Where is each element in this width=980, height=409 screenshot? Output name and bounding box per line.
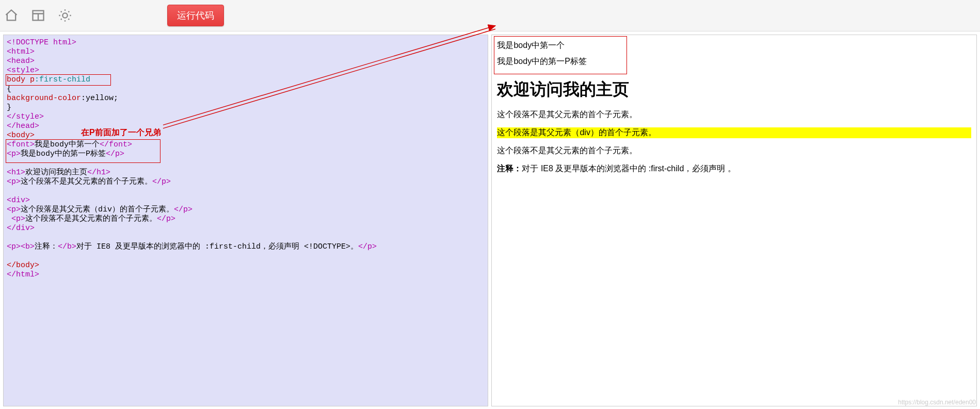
code-text: 这个段落不是其父元素的首个子元素。 xyxy=(21,177,152,186)
code-text: 这个段落不是其父元素的首个子元素。 xyxy=(25,215,157,223)
code-line: <div> xyxy=(7,196,30,205)
code-line: </div> xyxy=(7,224,35,233)
code-line: </body> xyxy=(7,261,39,270)
code-line: </head> xyxy=(7,122,39,130)
code-line: { xyxy=(7,85,11,93)
preview-line1: 我是body中第一个 xyxy=(497,40,971,51)
preview-pane: 我是body中第一个 我是body中的第一P标签 欢迎访问我的主页 这个段落不是… xyxy=(491,35,977,406)
preview-note-text: 对于 IE8 及更早版本的浏览器中的 :first-child，必须声明 。 xyxy=(522,164,735,173)
code-line: } xyxy=(7,103,11,112)
code-val: :yellow; xyxy=(81,94,118,103)
code-line: </p> xyxy=(358,242,377,251)
preview-note-b: 注释： xyxy=(497,164,522,173)
preview-note: 注释：对于 IE8 及更早版本的浏览器中的 :first-child，必须声明 … xyxy=(497,163,971,174)
code-line: </p> xyxy=(174,205,192,214)
code-line: <body> xyxy=(7,131,35,140)
annotation-note: 在P前面加了一个兄弟 xyxy=(81,128,161,137)
code-text: 对于 IE8 及更早版本的浏览器中的 :first-child，必须声明 <!D… xyxy=(76,242,358,251)
code-line: <p> xyxy=(7,205,21,214)
preview-h1: 欢迎访问我的主页 xyxy=(497,78,971,101)
code-line: </p> xyxy=(157,215,175,223)
run-code-button[interactable]: 运行代码 xyxy=(167,5,224,26)
code-line: </p> xyxy=(152,177,171,186)
code-line: </h1> xyxy=(87,168,110,177)
code-line: <p> xyxy=(7,150,21,158)
code-line: <style> xyxy=(7,66,39,75)
code-selector: body p xyxy=(7,75,35,84)
code-line: <h1> xyxy=(7,168,25,177)
preview-p-not2: 这个段落不是其父元素的首个子元素。 xyxy=(497,145,971,156)
code-line: <p> xyxy=(7,177,21,186)
code-line: <font> xyxy=(7,140,35,149)
code-line: </style> xyxy=(7,112,44,121)
code-line: </p> xyxy=(106,150,124,158)
code-line: <p> xyxy=(7,215,25,223)
code-editor[interactable]: <!DOCTYPE html> <html> <head> <style> bo… xyxy=(3,35,488,406)
code-line: <p><b> xyxy=(7,242,35,251)
toolbar: 运行代码 xyxy=(0,0,980,31)
watermark: https://blog.csdn.net/eden00 xyxy=(898,399,976,406)
sun-icon[interactable] xyxy=(58,8,72,23)
code-line: </b> xyxy=(58,242,76,251)
preview-p-not1: 这个段落不是其父元素的首个子元素。 xyxy=(497,109,971,120)
svg-point-1 xyxy=(62,13,67,18)
layout-icon[interactable] xyxy=(31,8,45,23)
code-text: 我是body中的第一P标签 xyxy=(21,150,106,158)
preview-p-is: 这个段落是其父元素（div）的首个子元素。 xyxy=(497,127,971,138)
preview-line2: 我是body中的第一P标签 xyxy=(497,56,971,67)
code-prop: background-color xyxy=(7,94,81,103)
code-pseudo: :first-child xyxy=(35,75,90,84)
split-container: <!DOCTYPE html> <html> <head> <style> bo… xyxy=(0,31,980,409)
code-text: 注释： xyxy=(35,242,58,251)
home-icon[interactable] xyxy=(4,8,19,23)
code-line: <!DOCTYPE html> xyxy=(7,38,76,47)
code-text: 我是body中第一个 xyxy=(35,140,100,149)
code-line: </font> xyxy=(100,140,132,149)
code-line: <head> xyxy=(7,57,35,66)
code-line: <html> xyxy=(7,47,35,56)
code-text: 这个段落是其父元素（div）的首个子元素。 xyxy=(21,205,174,214)
code-text: 欢迎访问我的主页 xyxy=(25,168,87,177)
code-line: </html> xyxy=(7,270,39,279)
